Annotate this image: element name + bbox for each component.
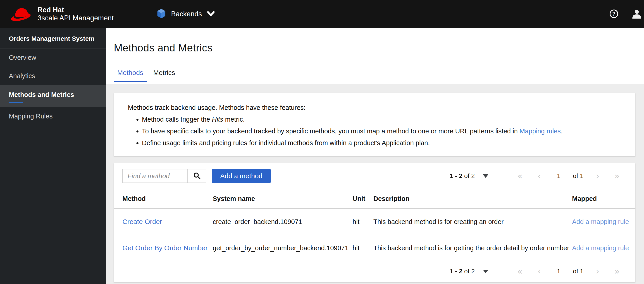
first-page-icon[interactable]: « [510,266,530,276]
user-menu-button[interactable] [631,9,642,20]
sidebar-item-label: Mapping Rules [9,113,52,120]
sidebar-item-methods-and-metrics[interactable]: Methods and Metrics [0,85,106,107]
sidebar-item-analytics[interactable]: Analytics [0,67,106,85]
pagination-range-bold: 1 - 2 [450,268,462,275]
column-header-unit: Unit [352,189,373,209]
current-page: 1 [549,172,568,180]
unit-cell: hit [352,235,373,261]
methods-table: Method System name Unit Description Mapp… [114,189,636,261]
add-method-button[interactable]: Add a method [212,169,271,183]
info-bullet-list: Method calls trigger the Hits metric. To… [129,115,621,148]
tab-metrics[interactable]: Metrics [150,69,178,82]
help-icon: ? [609,9,619,19]
bullet2-text-end: . [561,128,562,135]
brand-line1: Red Hat [38,6,114,14]
sidebar-item-overview[interactable]: Overview [0,49,106,67]
info-bullet-2: To have specific calls to your backend t… [142,126,621,136]
methods-info-card: Methods track backend usage. Methods hav… [114,93,636,156]
system-name-cell: get_order_by_order_number_backend.109071 [213,235,352,261]
main-content: Methods and Metrics Methods Metrics Meth… [106,28,644,284]
methods-table-card: Add a method 1 - 2 of 2 « ‹ 1 of 1 › » [114,163,636,282]
table-footer: 1 - 2 of 2 « ‹ 1 of 1 › » [114,261,636,282]
content-area: Methods track backend usage. Methods hav… [106,84,644,282]
caret-down-icon[interactable] [483,174,488,178]
sidebar-item-label: Analytics [9,72,35,80]
sidebar-item-label: Overview [9,54,36,61]
pagination-range: 1 - 2 of 2 [450,268,475,275]
chevron-down-icon [207,11,215,17]
add-mapping-rule-link[interactable]: Add a mapping rule [572,218,629,225]
next-page-icon[interactable]: › [588,266,607,276]
pagination-range-rest: of 2 [464,268,475,275]
svg-text:?: ? [612,11,616,17]
previous-page-icon[interactable]: ‹ [530,171,549,181]
help-button[interactable]: ? [609,9,619,19]
brand-text: Red Hat 3scale API Management [38,6,114,22]
pagination-top: 1 - 2 of 2 « ‹ 1 of 1 › » [450,171,627,181]
description-cell: This backend method is for getting the o… [373,235,572,261]
tabs: Methods Metrics [114,69,644,82]
info-intro: Methods track backend usage. Methods hav… [128,103,621,112]
search-input[interactable] [123,169,187,183]
total-pages: of 1 [568,268,588,275]
user-icon [631,9,642,20]
pagination-nav: « ‹ 1 of 1 › » [510,266,627,276]
bullet1-text: Method calls trigger the [142,116,212,123]
page-title: Methods and Metrics [114,42,644,54]
column-header-description: Description [373,189,572,209]
context-selector-label: Backends [171,10,202,18]
brand[interactable]: Red Hat 3scale API Management [0,6,114,23]
pagination-range-rest: of 2 [464,172,475,179]
table-row: Create Order create_order_backend.109071… [114,209,636,235]
last-page-icon[interactable]: » [607,266,627,276]
sidebar-item-mapping-rules[interactable]: Mapping Rules [0,107,106,125]
next-page-icon[interactable]: › [588,171,607,181]
caret-down-icon[interactable] [483,270,488,273]
column-header-mapped: Mapped [572,189,636,209]
info-bullet-3: Define usage limits and pricing rules fo… [142,138,621,148]
masthead: Red Hat 3scale API Management Backends ? [0,0,644,28]
column-header-system-name: System name [213,189,352,209]
red-hat-logo-icon [10,6,32,23]
tab-methods[interactable]: Methods [114,69,147,82]
current-page: 1 [549,268,568,275]
context-selector[interactable]: Backends [156,8,215,20]
bullet1-text-end: metric. [223,116,244,123]
unit-cell: hit [352,209,373,235]
table-toolbar: Add a method 1 - 2 of 2 « ‹ 1 of 1 › » [114,163,636,189]
sidebar-group-title: Orders Management System [0,28,106,49]
column-header-method: Method [114,189,213,209]
description-cell: This backend method is for creating an o… [373,209,572,235]
last-page-icon[interactable]: » [607,171,627,181]
sidebar-item-label: Methods and Metrics [9,91,74,98]
search-group [122,169,206,183]
bullet2-text: To have specific calls to your backend t… [142,128,520,135]
first-page-icon[interactable]: « [510,171,530,181]
bullet3-text: Define usage limits and pricing rules fo… [142,139,430,147]
table-row: Get Order By Order Number get_order_by_o… [114,235,636,261]
sidebar: Orders Management System Overview Analyt… [0,28,106,284]
search-icon [193,172,201,180]
previous-page-icon[interactable]: ‹ [530,266,549,276]
pagination-range-bold: 1 - 2 [450,172,462,179]
add-mapping-rule-link[interactable]: Add a mapping rule [572,244,629,252]
cube-icon [156,8,166,20]
system-name-cell: create_order_backend.109071 [213,209,352,235]
active-indicator-bar [9,102,23,103]
search-button[interactable] [187,169,206,183]
info-bullet-1: Method calls trigger the Hits metric. [142,115,621,124]
brand-line2: 3scale API Management [38,14,114,22]
method-link[interactable]: Create Order [122,218,162,225]
method-link[interactable]: Get Order By Order Number [122,244,208,252]
pagination-nav: « ‹ 1 of 1 › » [510,171,627,181]
table-header-row: Method System name Unit Description Mapp… [114,189,636,209]
total-pages: of 1 [568,172,588,180]
bullet1-emphasis: Hits [212,116,223,123]
page-header: Methods and Metrics Methods Metrics [106,28,644,84]
pagination-bottom: 1 - 2 of 2 « ‹ 1 of 1 › » [450,266,627,276]
pagination-range: 1 - 2 of 2 [450,172,475,180]
mapping-rules-link[interactable]: Mapping rules [520,128,561,135]
